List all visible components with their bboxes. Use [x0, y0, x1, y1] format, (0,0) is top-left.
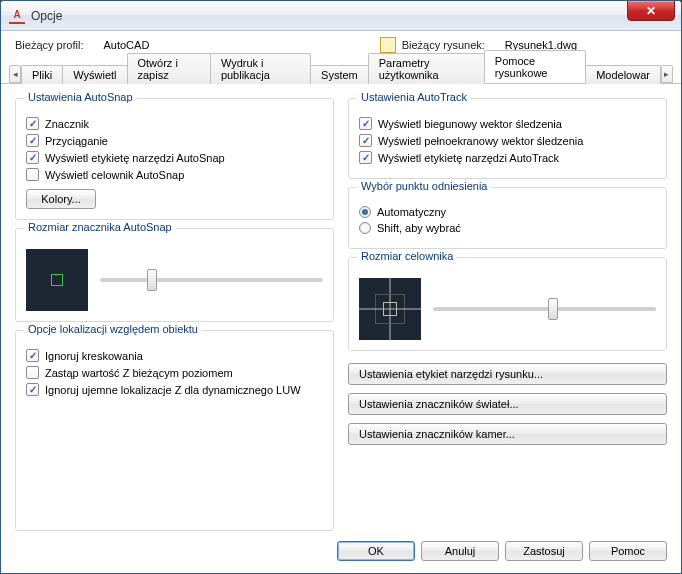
lbl-autotrack-tooltips: Wyświetl etykietę narzędzi AutoTrack	[378, 152, 559, 164]
lbl-marker: Znacznik	[45, 118, 89, 130]
drawing-label: Bieżący rysunek:	[402, 39, 485, 51]
app-icon: A	[9, 8, 25, 24]
autotrack-title: Ustawienia AutoTrack	[357, 91, 471, 103]
aperture-size-group: Rozmiar celownika	[348, 257, 667, 351]
chk-polar[interactable]: ✓	[359, 117, 372, 130]
marker-size-slider[interactable]	[100, 278, 323, 282]
cameras-button[interactable]: Ustawienia znaczników kamer...	[348, 423, 667, 445]
radio-shift[interactable]	[359, 222, 371, 234]
crosshair-icon	[359, 278, 421, 340]
marker-preview	[26, 249, 88, 311]
tab-modelowanie[interactable]: Modelowar	[585, 65, 661, 84]
chk-autosnap-tooltips[interactable]: ✓	[26, 151, 39, 164]
drafting-tooltips-button[interactable]: Ustawienia etykiet narzędzi rysunku...	[348, 363, 667, 385]
apply-button[interactable]: Zastosuj	[505, 541, 583, 561]
alignment-group: Wybór punktu odniesienia Automatyczny Sh…	[348, 187, 667, 249]
radio-auto[interactable]	[359, 206, 371, 218]
aperture-size-title: Rozmiar celownika	[357, 250, 457, 262]
lbl-przyciaganie: Przyciąganie	[45, 135, 108, 147]
autosnap-title: Ustawienia AutoSnap	[24, 91, 137, 103]
chk-negz[interactable]: ✓	[26, 383, 39, 396]
tab-strip: ◂ Pliki Wyświetl Otwórz i zapisz Wydruk …	[1, 61, 681, 84]
autotrack-group: Ustawienia AutoTrack ✓Wyświetl biegunowy…	[348, 98, 667, 179]
tab-content: Ustawienia AutoSnap ✓Znacznik ✓Przyciąga…	[1, 84, 681, 531]
chk-aperture[interactable]: ✓	[26, 168, 39, 181]
objloc-title: Opcje lokalizacji względem obiektu	[24, 323, 202, 335]
colors-button[interactable]: Kolory...	[26, 189, 96, 209]
chk-przyciaganie[interactable]: ✓	[26, 134, 39, 147]
marker-size-title: Rozmiar znacznika AutoSnap	[24, 221, 176, 233]
lights-button[interactable]: Ustawienia znaczników świateł...	[348, 393, 667, 415]
left-column: Ustawienia AutoSnap ✓Znacznik ✓Przyciąga…	[15, 98, 334, 531]
lbl-replacez: Zastąp wartość Z bieżącym poziomem	[45, 367, 233, 379]
tab-wydruk[interactable]: Wydruk i publikacja	[210, 53, 311, 84]
tab-scroll-right[interactable]: ▸	[661, 65, 673, 83]
tab-wyswietl[interactable]: Wyświetl	[62, 65, 127, 84]
lbl-aperture: Wyświetl celownik AutoSnap	[45, 169, 184, 181]
chk-marker[interactable]: ✓	[26, 117, 39, 130]
tab-otworz[interactable]: Otwórz i zapisz	[127, 53, 211, 84]
tab-param[interactable]: Parametry użytkownika	[368, 53, 485, 84]
chk-fullscreen[interactable]: ✓	[359, 134, 372, 147]
profile-value: AutoCAD	[103, 39, 149, 51]
marker-size-group: Rozmiar znacznika AutoSnap	[15, 228, 334, 322]
autosnap-group: Ustawienia AutoSnap ✓Znacznik ✓Przyciąga…	[15, 98, 334, 220]
drawing-icon	[380, 37, 396, 53]
chk-hatch[interactable]: ✓	[26, 349, 39, 362]
options-window: A Opcje ✕ Bieżący profil: AutoCAD Bieżąc…	[0, 0, 682, 574]
titlebar[interactable]: A Opcje ✕	[1, 1, 681, 31]
window-title: Opcje	[31, 9, 62, 23]
help-button[interactable]: Pomoc	[589, 541, 667, 561]
lbl-negz: Ignoruj ujemne lokalizacje Z dla dynamic…	[45, 384, 301, 396]
ok-button[interactable]: OK	[337, 541, 415, 561]
chk-autotrack-tooltips[interactable]: ✓	[359, 151, 372, 164]
close-icon: ✕	[646, 4, 656, 18]
right-column: Ustawienia AutoTrack ✓Wyświetl biegunowy…	[348, 98, 667, 531]
lbl-auto: Automatyczny	[377, 206, 446, 218]
cancel-button[interactable]: Anuluj	[421, 541, 499, 561]
tab-pliki[interactable]: Pliki	[21, 65, 63, 84]
chk-replacez[interactable]: ✓	[26, 366, 39, 379]
button-bar: OK Anuluj Zastosuj Pomoc	[1, 531, 681, 573]
tab-system[interactable]: System	[310, 65, 369, 84]
close-button[interactable]: ✕	[627, 0, 675, 21]
tab-pomoce[interactable]: Pomoce rysunkowe	[484, 50, 586, 83]
alignment-title: Wybór punktu odniesienia	[357, 180, 491, 192]
lbl-fullscreen: Wyświetl pełnoekranowy wektor śledzenia	[378, 135, 583, 147]
lbl-autosnap-tooltips: Wyświetl etykietę narzędzi AutoSnap	[45, 152, 225, 164]
square-mark-icon	[51, 274, 63, 286]
lbl-hatch: Ignoruj kreskowania	[45, 350, 143, 362]
tab-scroll-left[interactable]: ◂	[9, 65, 21, 83]
aperture-size-slider[interactable]	[433, 307, 656, 311]
objloc-group: Opcje lokalizacji względem obiektu ✓Igno…	[15, 330, 334, 531]
profile-label: Bieżący profil:	[15, 39, 83, 51]
lbl-shift: Shift, aby wybrać	[377, 222, 461, 234]
aperture-preview	[359, 278, 421, 340]
lbl-polar: Wyświetl biegunowy wektor śledzenia	[378, 118, 562, 130]
